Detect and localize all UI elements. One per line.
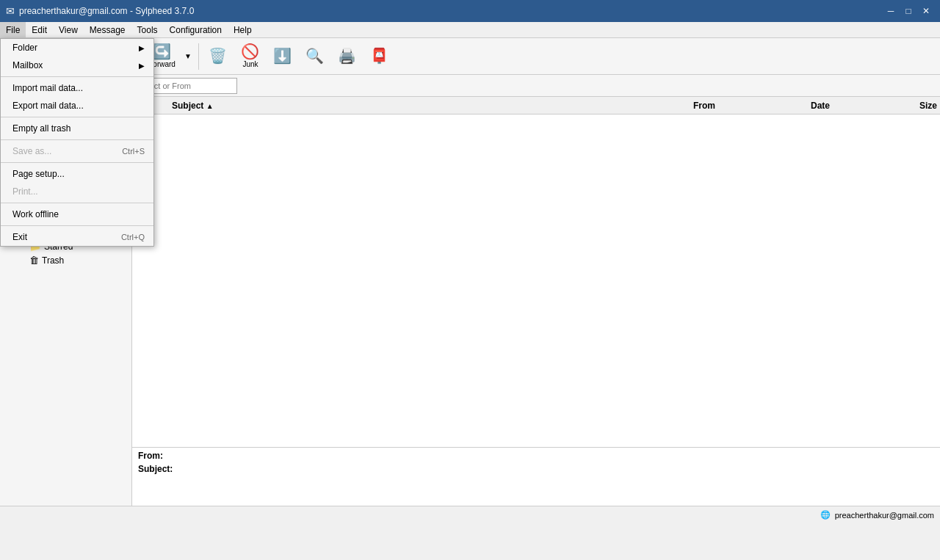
separator-5: [1, 203, 153, 203]
gmail-trash-icon: 🗑: [29, 255, 39, 266]
work-offline-label: Work offline: [12, 209, 59, 219]
preview-subject-label: Subject:: [138, 464, 182, 474]
get-mail-icon: ⬇️: [273, 48, 292, 63]
exit-label: Exit: [12, 232, 27, 242]
statusbar: 🌐 preacherthakur@gmail.com: [0, 506, 940, 523]
separator-4: [1, 162, 153, 163]
menubar: File Edit View Message Tools Configurati…: [0, 22, 940, 38]
menu-save-as[interactable]: Save as... Ctrl+S: [1, 142, 153, 160]
maximize-button[interactable]: □: [900, 3, 916, 19]
print-button[interactable]: 🖨️: [333, 41, 362, 72]
menu-print[interactable]: Print...: [1, 183, 153, 200]
titlebar-left: ✉ preacherthakur@gmail.com - Sylpheed 3.…: [6, 5, 194, 17]
menu-view[interactable]: View: [53, 22, 84, 37]
menu-configuration[interactable]: Configuration: [164, 22, 228, 37]
gmail-trash-label: Trash: [42, 255, 64, 266]
sidebar-item-gmail-trash[interactable]: 🗑 Trash: [0, 253, 131, 267]
junk-label: Junk: [242, 60, 258, 68]
menu-edit[interactable]: Edit: [26, 22, 53, 37]
menu-empty-trash[interactable]: Empty all trash: [1, 120, 153, 137]
get-mail-button[interactable]: ⬇️: [268, 41, 297, 72]
junk-button[interactable]: 🚫 Junk: [236, 41, 265, 72]
col-header-from[interactable]: From: [690, 101, 808, 111]
forward-icon: ↪️: [153, 44, 171, 59]
export-label: Export mail data...: [12, 101, 84, 111]
preview-subject-row: Subject:: [138, 464, 934, 474]
close-button[interactable]: ✕: [918, 3, 934, 19]
titlebar-controls: ─ □ ✕: [883, 3, 934, 19]
preview-from-label: From:: [138, 451, 182, 461]
separator-1: [1, 76, 153, 77]
print-icon: 🖨️: [338, 48, 356, 63]
delete-button[interactable]: 🗑️: [203, 41, 233, 72]
toolbar-sep-1: [198, 43, 199, 70]
col-header-date[interactable]: Date: [808, 101, 896, 111]
print-label: Print...: [12, 186, 38, 197]
exit-shortcut: Ctrl+Q: [121, 233, 145, 241]
network-icon: 🌐: [820, 510, 831, 520]
folder-arrow-icon: ▶: [139, 44, 145, 52]
menu-tools[interactable]: Tools: [131, 22, 164, 37]
menu-work-offline[interactable]: Work offline: [1, 206, 153, 223]
page-setup-label: Page setup...: [12, 169, 65, 179]
menu-help[interactable]: Help: [228, 22, 258, 37]
status-right: 🌐 preacherthakur@gmail.com: [820, 510, 934, 520]
separator-3: [1, 139, 153, 140]
menu-mailbox[interactable]: Mailbox ▶: [1, 57, 153, 74]
minimize-button[interactable]: ─: [883, 3, 899, 19]
folder-label: Folder: [12, 43, 37, 53]
stamp-button[interactable]: 📮: [365, 41, 394, 72]
search-button[interactable]: 🔍: [300, 41, 330, 72]
email-list-body: [132, 114, 940, 447]
import-label: Import mail data...: [12, 83, 83, 93]
save-as-label: Save as...: [12, 146, 51, 156]
mailbox-arrow-icon: ▶: [139, 62, 145, 70]
app-icon: ✉: [6, 5, 15, 17]
preview-pane: From: Subject:: [132, 447, 940, 506]
col-header-subject[interactable]: Subject ▲: [169, 101, 690, 111]
menu-page-setup[interactable]: Page setup...: [1, 165, 153, 183]
menu-exit[interactable]: Exit Ctrl+Q: [1, 228, 153, 246]
stamp-icon: 📮: [370, 48, 388, 63]
email-list-pane: Subject ▲ From Date Size From: Subject:: [132, 97, 940, 506]
menu-folder[interactable]: Folder ▶: [1, 39, 153, 57]
preview-from-row: From:: [138, 451, 934, 461]
separator-2: [1, 117, 153, 117]
col-header-size[interactable]: Size: [896, 101, 940, 111]
status-email: preacherthakur@gmail.com: [835, 511, 934, 520]
menu-export[interactable]: Export mail data...: [1, 97, 153, 114]
mailbox-label: Mailbox: [12, 60, 43, 70]
empty-trash-label: Empty all trash: [12, 123, 70, 134]
subject-sort-icon: ▲: [206, 102, 214, 110]
delete-icon: 🗑️: [209, 48, 227, 63]
menu-file[interactable]: File: [0, 22, 26, 37]
menu-message[interactable]: Message: [84, 22, 131, 37]
file-dropdown-menu: Folder ▶ Mailbox ▶ Import mail data... E…: [0, 38, 154, 247]
forward-arrow[interactable]: ▼: [182, 41, 194, 72]
email-list-header: Subject ▲ From Date Size: [132, 97, 940, 114]
window-title: preacherthakur@gmail.com - Sylpheed 3.7.…: [19, 6, 194, 16]
menu-import[interactable]: Import mail data...: [1, 79, 153, 97]
separator-6: [1, 225, 153, 226]
search-icon: 🔍: [306, 48, 324, 63]
titlebar: ✉ preacherthakur@gmail.com - Sylpheed 3.…: [0, 0, 940, 22]
junk-icon: 🚫: [241, 44, 259, 59]
save-as-shortcut: Ctrl+S: [122, 147, 145, 156]
